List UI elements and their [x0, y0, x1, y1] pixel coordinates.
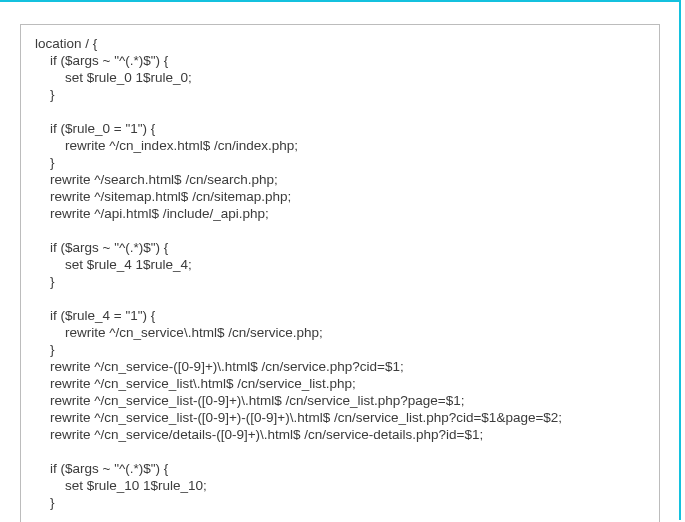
outer-panel: location / { if ($args ~ "^(.*)$") { set… — [0, 0, 681, 520]
code-container: location / { if ($args ~ "^(.*)$") { set… — [20, 24, 660, 522]
nginx-config-code: location / { if ($args ~ "^(.*)$") { set… — [35, 35, 645, 511]
